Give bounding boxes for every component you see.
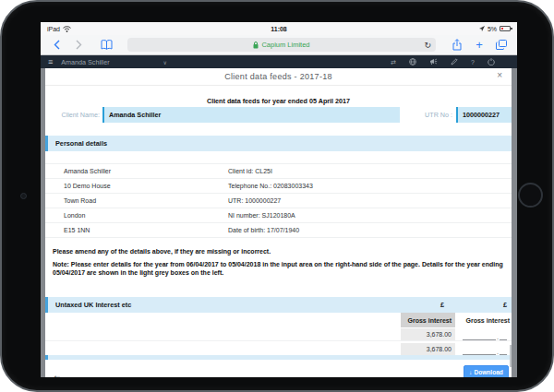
chevron-down-icon: ∨ bbox=[163, 59, 167, 65]
previous-year-value: 3,678.00 bbox=[401, 328, 455, 340]
utr-field[interactable]: 1000000227 bbox=[456, 107, 512, 123]
app-navbar: ≡ Amanda Schiller ∨ ⇄ ? bbox=[41, 55, 517, 68]
gross-interest-current-header: Gross interest bbox=[459, 313, 510, 327]
announcement-icon[interactable] bbox=[429, 58, 438, 65]
table-row: Town Road UTR: 1000000227 bbox=[45, 194, 512, 208]
globe-icon[interactable] bbox=[409, 58, 416, 65]
personal-details-table: Amanda Schiller Client id: CL25I 10 Demo… bbox=[45, 163, 512, 238]
download-arrow-icon: ↓ bbox=[469, 369, 472, 375]
interest-row: 3,678.00 . bbox=[45, 342, 512, 356]
utr-label: UTR No : bbox=[408, 111, 456, 119]
modal-subtitle: Client data feeds for year ended 05 Apri… bbox=[45, 97, 512, 105]
download-button[interactable]: ↓ Download bbox=[464, 365, 509, 377]
gross-interest-previous-header: Gross interest bbox=[401, 313, 455, 327]
help-icon[interactable]: ? bbox=[471, 59, 475, 65]
modal-title: Client data feeds - 2017-18 bbox=[45, 68, 512, 86]
download-button-label: Download bbox=[474, 369, 503, 375]
pound-sign-previous: £ bbox=[440, 301, 444, 309]
previous-year-value: 3,678.00 bbox=[401, 343, 455, 355]
client-data-feeds-modal: Client data feeds - 2017-18 × Client dat… bbox=[45, 68, 512, 377]
next-section-header-partial bbox=[45, 355, 512, 360]
transfer-icon[interactable]: ⇄ bbox=[391, 59, 396, 65]
tabs-icon[interactable] bbox=[495, 39, 508, 52]
address-bar[interactable]: Capium Limited ↻ bbox=[127, 38, 436, 52]
pencil-icon[interactable] bbox=[451, 58, 458, 65]
client-name-label: Client Name: bbox=[45, 111, 102, 119]
client-name-field[interactable]: Amanda Schiller bbox=[102, 107, 400, 123]
client-selector[interactable]: Amanda Schiller ∨ bbox=[61, 58, 167, 66]
current-year-input[interactable]: . bbox=[463, 328, 510, 340]
bookmarks-icon[interactable] bbox=[100, 39, 113, 52]
scrollbar-thumb[interactable] bbox=[510, 345, 512, 367]
interest-column-headers: Gross interest Gross interest bbox=[45, 313, 512, 327]
share-icon[interactable] bbox=[451, 39, 464, 52]
table-row: 10 Demo House Telephone No.: 02083003343 bbox=[45, 179, 512, 194]
modal-backdrop: Client data feeds - 2017-18 × Client dat… bbox=[41, 68, 517, 377]
current-year-input[interactable]: . bbox=[463, 343, 510, 355]
interest-row: 3,678.00 . bbox=[45, 327, 512, 341]
client-identity-row: Client Name: Amanda Schiller UTR No : 10… bbox=[45, 107, 512, 123]
modal-header: Client data feeds - 2017-18 × bbox=[45, 68, 512, 86]
client-selector-label: Amanda Schiller bbox=[61, 58, 109, 66]
new-tab-icon[interactable]: + bbox=[473, 39, 486, 52]
ipad-frame: iPad 11:08 5% bbox=[0, 0, 554, 392]
screen: iPad 11:08 5% bbox=[41, 22, 517, 377]
back-button[interactable] bbox=[50, 39, 63, 52]
reload-icon[interactable]: ↻ bbox=[424, 38, 431, 52]
personal-details-header: Personal details bbox=[45, 136, 512, 151]
table-row: London NI number: SJ120180A bbox=[45, 208, 512, 223]
home-button[interactable] bbox=[518, 183, 543, 208]
status-bar: iPad 11:08 5% bbox=[41, 22, 517, 35]
power-icon[interactable] bbox=[488, 58, 495, 65]
hamburger-icon[interactable]: ≡ bbox=[48, 58, 53, 66]
modal-footer: ← ↓ Download bbox=[45, 362, 512, 377]
untaxed-interest-header: Untaxed UK Interest etc £ £ bbox=[45, 297, 512, 313]
safari-toolbar: Capium Limited ↻ + bbox=[41, 35, 517, 55]
lock-icon bbox=[253, 42, 259, 49]
battery-icon bbox=[500, 26, 511, 31]
clock: 11:08 bbox=[41, 26, 517, 32]
pound-sign-current: £ bbox=[503, 301, 507, 309]
amend-instruction: Please amend any of the details above, i… bbox=[53, 248, 504, 255]
front-camera bbox=[20, 193, 27, 199]
table-row: Amanda Schiller Client id: CL25I bbox=[45, 164, 512, 179]
table-row: E15 1NN Date of birth: 17/07/1940 bbox=[45, 223, 512, 238]
forward-button[interactable] bbox=[72, 39, 85, 52]
screenshot: iPad 11:08 5% bbox=[0, 0, 554, 392]
site-title: Capium Limited bbox=[261, 41, 309, 49]
close-icon[interactable]: × bbox=[497, 70, 502, 80]
note-text: Note: Please enter details for the year … bbox=[53, 260, 506, 278]
back-arrow-icon[interactable]: ← bbox=[53, 370, 62, 377]
